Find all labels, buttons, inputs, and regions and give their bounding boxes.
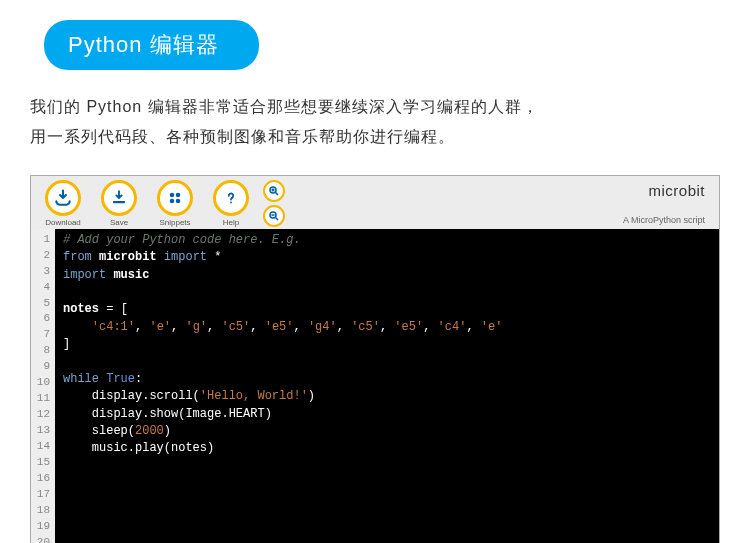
zoom-out-button[interactable] <box>263 205 285 227</box>
code-content[interactable]: # Add your Python code here. E.g. from m… <box>55 229 719 543</box>
snippets-label: Snippets <box>159 218 190 227</box>
brand-block: microbit A MicroPython script <box>623 182 711 225</box>
svg-point-5 <box>230 201 232 203</box>
intro-line-1: 我们的 Python 编辑器非常适合那些想要继续深入学习编程的人群， <box>30 98 539 115</box>
svg-point-2 <box>176 193 181 198</box>
download-icon <box>45 180 81 216</box>
save-icon <box>101 180 137 216</box>
help-label: Help <box>223 218 239 227</box>
section-header-text: Python 编辑器 <box>68 32 219 57</box>
editor-window: Download Save Snippets <box>30 175 720 543</box>
snippets-icon <box>157 180 193 216</box>
help-icon <box>213 180 249 216</box>
svg-point-1 <box>170 193 175 198</box>
code-editor[interactable]: 1 2 3 4 5 6 7 8 9 10 11 12 13 14 15 16 1… <box>31 229 719 543</box>
save-label: Save <box>110 218 128 227</box>
brand-name: microbit <box>623 182 705 199</box>
section-header: Python 编辑器 <box>44 20 259 70</box>
svg-point-4 <box>176 199 181 204</box>
download-button[interactable]: Download <box>39 180 87 227</box>
help-button[interactable]: Help <box>207 180 255 227</box>
line-number-gutter: 1 2 3 4 5 6 7 8 9 10 11 12 13 14 15 16 1… <box>31 229 55 543</box>
editor-toolbar: Download Save Snippets <box>31 176 719 229</box>
brand-subtitle: A MicroPython script <box>623 215 705 225</box>
zoom-controls <box>263 180 285 227</box>
svg-point-3 <box>170 199 175 204</box>
svg-rect-0 <box>113 201 125 203</box>
save-button[interactable]: Save <box>95 180 143 227</box>
intro-text: 我们的 Python 编辑器非常适合那些想要继续深入学习编程的人群， 用一系列代… <box>30 92 720 153</box>
intro-line-2: 用一系列代码段、各种预制图像和音乐帮助你进行编程。 <box>30 128 455 145</box>
snippets-button[interactable]: Snippets <box>151 180 199 227</box>
download-label: Download <box>45 218 81 227</box>
zoom-in-button[interactable] <box>263 180 285 202</box>
